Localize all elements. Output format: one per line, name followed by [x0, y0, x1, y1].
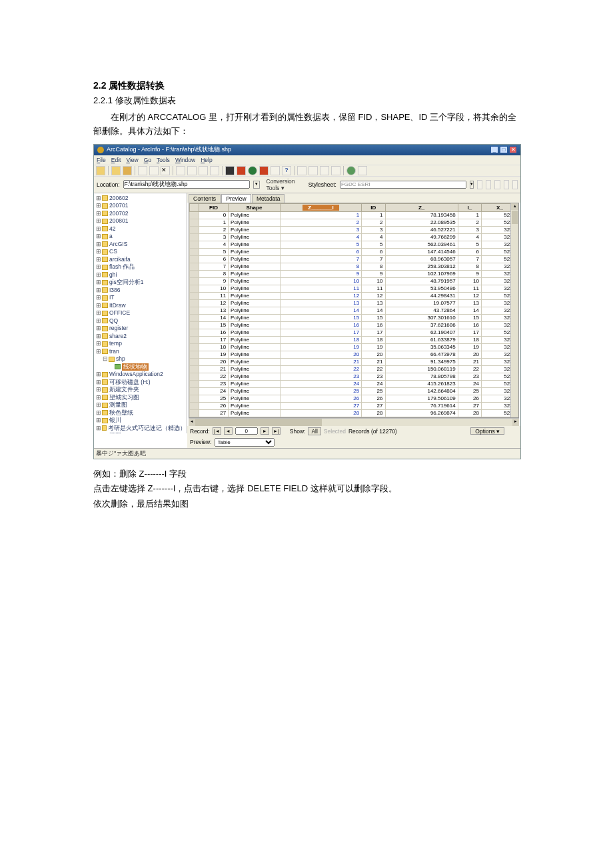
row-selector[interactable] [190, 314, 199, 321]
tab-preview[interactable]: Preview [221, 194, 251, 203]
tree-item-selected[interactable]: 线状地物 [96, 363, 186, 371]
menu-help[interactable]: Help [201, 157, 212, 163]
tree-item[interactable]: ⊞a [96, 233, 186, 241]
menu-file[interactable]: File [97, 157, 106, 163]
row-selector[interactable] [190, 343, 199, 351]
maximize-button[interactable]: □ [500, 146, 508, 153]
location-input[interactable] [123, 180, 250, 189]
tree-item[interactable]: ⊞WindowsApplication2 [96, 371, 186, 379]
zoom-out-icon[interactable] [308, 166, 318, 175]
tree-item[interactable]: ⊞I386 [96, 287, 186, 295]
search-icon[interactable] [225, 166, 235, 175]
table-row[interactable]: 18Polyline191935.063345193238 [190, 343, 518, 351]
col-ID[interactable]: ID [362, 203, 385, 211]
row-selector[interactable] [190, 351, 199, 358]
tree-item[interactable]: ⊞42 [96, 225, 186, 233]
row-selector[interactable] [190, 277, 199, 285]
metadata-create-icon[interactable] [494, 180, 500, 189]
preview-select[interactable]: Table [215, 438, 275, 447]
pan-icon[interactable] [320, 166, 329, 175]
show-selected-button[interactable]: Selected [324, 428, 346, 435]
row-selector[interactable] [190, 219, 199, 226]
row-selector[interactable] [190, 358, 199, 365]
table-row[interactable]: 5Polyline66147.41454665238 [190, 248, 518, 255]
help-icon[interactable]: ? [282, 166, 291, 175]
row-selector[interactable] [190, 373, 199, 380]
row-selector[interactable] [190, 387, 199, 395]
table-row[interactable]: 17Polyline181861.633879183238 [190, 336, 518, 343]
create-thumbnail-icon[interactable] [358, 166, 367, 175]
row-selector[interactable] [190, 395, 199, 402]
row-selector-header[interactable] [190, 203, 199, 211]
tree-item[interactable]: ⊞200602 [96, 195, 186, 203]
tree-item[interactable]: ⊞flash 作品 [96, 263, 186, 271]
identify-icon[interactable] [346, 166, 356, 175]
tab-metadata[interactable]: Metadata [252, 194, 285, 203]
tree-item[interactable]: ⊞测量图 [96, 401, 186, 409]
table-row[interactable]: 16Polyline171762.190407175238 [190, 329, 518, 336]
record-next-button[interactable]: ► [261, 427, 269, 435]
table-row[interactable]: 8Polyline99102.10796993238 [190, 270, 518, 277]
col-I_[interactable]: I_ [458, 203, 481, 211]
table-row[interactable]: 20Polyline212191.349975213238 [190, 358, 518, 365]
tree-item[interactable]: ⊞ghi [96, 271, 186, 279]
table-row[interactable]: 9Polyline101048.791957103238 [190, 277, 518, 285]
table-row[interactable]: 25Polyline2626179.506109263238 [190, 395, 518, 402]
metadata-props-icon[interactable] [486, 180, 491, 189]
vertical-scrollbar[interactable]: ▴ [510, 203, 518, 417]
table-row[interactable]: 10Polyline111153.950486113238 [190, 285, 518, 292]
stylesheet-input[interactable] [340, 181, 466, 189]
row-selector[interactable] [190, 292, 199, 299]
modelbuilder-icon[interactable] [271, 166, 280, 175]
delete-icon[interactable]: ✕ [161, 166, 170, 175]
row-selector[interactable] [190, 380, 199, 387]
details-icon[interactable] [199, 166, 208, 175]
table-row[interactable]: 7Polyline88258.30381283238 [190, 263, 518, 270]
row-selector[interactable] [190, 299, 199, 307]
connect-folder-icon[interactable] [111, 166, 121, 175]
table-row[interactable]: 14Polyline1515307.301610153238 [190, 314, 518, 321]
location-dropdown-icon[interactable]: ▾ [253, 181, 260, 189]
row-selector[interactable] [190, 409, 199, 417]
table-row[interactable]: 13Polyline141443.72864143238 [190, 307, 518, 314]
close-button[interactable]: ✕ [509, 146, 517, 153]
col-FID[interactable]: FID [199, 203, 229, 211]
tree-item[interactable]: ⊞CS [96, 248, 186, 256]
titlebar[interactable]: ArcCatalog - ArcInfo - F:\tran\shp\线状地物.… [94, 145, 520, 155]
row-selector[interactable] [190, 211, 199, 219]
table-row[interactable]: 1Polyline2222.08953525238 [190, 219, 518, 226]
row-selector[interactable] [190, 329, 199, 336]
tree-item[interactable]: ⊞gis空间分析1 [96, 279, 186, 287]
row-selector[interactable] [190, 248, 199, 255]
thumbnails-icon[interactable] [210, 166, 219, 175]
toolbar-main[interactable]: ✕ ? [94, 165, 520, 177]
tree-item[interactable]: ⊞望城实习图 [96, 394, 186, 402]
tree-item[interactable]: ⊟shp [96, 355, 186, 363]
row-selector[interactable] [190, 263, 199, 270]
hscroll-thumb[interactable] [195, 419, 322, 426]
col-Z_______I[interactable]: Z_______I [280, 203, 362, 211]
tree-item[interactable]: ⊞share2 [96, 333, 186, 341]
conversion-tools-dropdown[interactable]: Conversion Tools ▾ [267, 178, 295, 191]
table-row[interactable]: 2Polyline3346.52722133238 [190, 226, 518, 233]
record-prev-button[interactable]: ◄ [224, 427, 233, 435]
table-row[interactable]: 3Polyline4449.76629943238 [190, 233, 518, 241]
scroll-thumb[interactable] [512, 211, 518, 224]
show-all-button[interactable]: All [308, 427, 320, 435]
row-selector[interactable] [190, 402, 199, 409]
scroll-left-icon[interactable]: ◂ [189, 419, 195, 426]
full-extent-icon[interactable] [331, 166, 340, 175]
options-dropdown[interactable]: Options ▾ [470, 427, 504, 435]
table-row[interactable]: 26Polyline272776.719614273238 [190, 402, 518, 409]
row-selector[interactable] [190, 307, 199, 314]
row-selector[interactable] [190, 226, 199, 233]
tree-item[interactable]: ⊞秋色壁纸 [96, 409, 186, 417]
metadata-export-icon[interactable] [512, 180, 518, 189]
row-selector[interactable] [190, 233, 199, 241]
tree-item[interactable]: ⊞200702 [96, 210, 186, 218]
table-row[interactable]: 11Polyline121244.298431125238 [190, 292, 518, 299]
os-taskbar[interactable]: 暴中ジ"ァ大图あ吧 [94, 448, 520, 459]
tree-item[interactable]: ⊞ItDraw [96, 302, 186, 310]
paste-icon[interactable] [149, 166, 159, 175]
record-first-button[interactable]: |◄ [213, 427, 221, 435]
